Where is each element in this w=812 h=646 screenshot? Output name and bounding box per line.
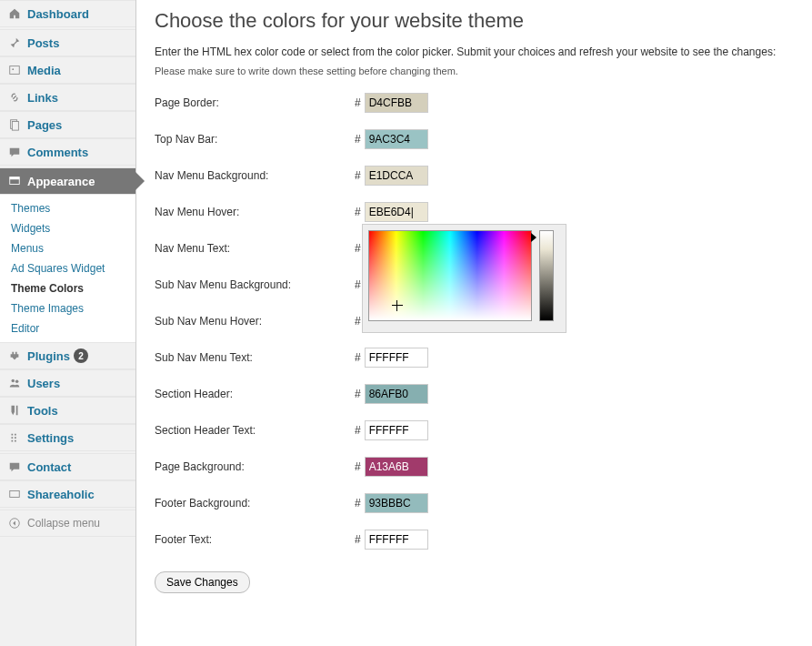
sidebar-item-contact[interactable]: Contact (0, 453, 135, 480)
save-button[interactable]: Save Changes (155, 571, 250, 593)
contact-icon (7, 459, 22, 474)
color-label: Page Border: (155, 96, 355, 109)
page-description: Enter the HTML hex color code or select … (155, 45, 794, 58)
sidebar-item-pages[interactable]: Pages (0, 111, 135, 138)
svg-point-7 (15, 380, 19, 384)
color-row: Section Header Text:# (155, 420, 794, 440)
color-input[interactable] (365, 420, 428, 440)
color-row: Page Background:# (155, 457, 794, 477)
color-input[interactable] (365, 457, 428, 477)
color-label: Sub Nav Menu Background: (155, 278, 355, 291)
color-row: Page Border:# (155, 93, 794, 113)
color-row: Sub Nav Menu Text:# (155, 348, 794, 368)
color-input[interactable] (365, 166, 428, 186)
svg-rect-8 (10, 491, 20, 498)
hash-prefix: # (355, 351, 361, 364)
hash-prefix: # (355, 315, 361, 328)
color-label: Footer Text: (155, 533, 355, 546)
sidebar-label: Links (27, 91, 58, 105)
submenu-widgets[interactable]: Widgets (0, 218, 135, 238)
sidebar-label: Comments (27, 146, 88, 159)
sidebar-item-posts[interactable]: Posts (0, 29, 135, 56)
color-input[interactable] (365, 530, 428, 550)
submenu-theme-images[interactable]: Theme Images (0, 298, 135, 318)
sidebar-item-users[interactable]: Users (0, 369, 135, 397)
sidebar-item-media[interactable]: Media (0, 56, 135, 84)
link-icon (7, 90, 22, 105)
media-icon (7, 63, 22, 77)
sidebar-item-tools[interactable]: Tools (0, 397, 135, 424)
hash-prefix: # (355, 388, 361, 400)
color-label: Sub Nav Menu Hover: (155, 315, 355, 328)
users-icon (7, 376, 22, 390)
hash-prefix: # (355, 533, 361, 546)
submenu-menus[interactable]: Menus (0, 238, 135, 258)
page-icon (7, 117, 22, 132)
appearance-icon (7, 174, 22, 188)
color-row: Nav Menu Background:# (155, 166, 794, 186)
submenu-editor[interactable]: Editor (0, 318, 135, 338)
hash-prefix: # (355, 278, 361, 291)
svg-rect-0 (10, 66, 20, 75)
picker-lightness[interactable] (539, 230, 554, 321)
sidebar-item-dashboard[interactable]: Dashboard (0, 0, 135, 27)
color-label: Section Header Text: (155, 424, 355, 437)
color-label: Footer Background: (155, 497, 355, 510)
submenu-theme-colors[interactable]: Theme Colors (0, 278, 135, 298)
sidebar-item-comments[interactable]: Comments (0, 138, 135, 166)
collapse-icon (7, 516, 22, 530)
hash-prefix: # (355, 206, 361, 218)
color-label: Top Nav Bar: (155, 133, 355, 146)
color-row: Section Header:# (155, 384, 794, 404)
hash-prefix: # (355, 424, 361, 437)
color-label: Nav Menu Hover: (155, 206, 355, 218)
plugin-icon (7, 348, 22, 363)
hash-prefix: # (355, 460, 361, 473)
sidebar-item-shareaholic[interactable]: Shareaholic (0, 480, 135, 508)
svg-rect-5 (10, 177, 20, 180)
appearance-submenu: Themes Widgets Menus Ad Squares Widget T… (0, 195, 135, 342)
color-input[interactable] (365, 93, 428, 113)
hash-prefix: # (355, 169, 361, 182)
sidebar-item-links[interactable]: Links (0, 84, 135, 111)
sidebar-label: Settings (27, 431, 74, 445)
color-label: Nav Menu Text: (155, 242, 355, 255)
sidebar-collapse[interactable]: Collapse menu (0, 510, 135, 537)
hash-prefix: # (355, 96, 361, 109)
page-title: Choose the colors for your website theme (155, 9, 794, 33)
picker-crosshair-icon (392, 300, 403, 311)
submenu-themes[interactable]: Themes (0, 198, 135, 218)
sidebar-label: Media (27, 64, 61, 77)
color-label: Sub Nav Menu Text: (155, 351, 355, 364)
sidebar-item-plugins[interactable]: Plugins 2 (0, 342, 135, 369)
sidebar-label: Tools (27, 404, 58, 418)
color-input[interactable] (365, 348, 428, 368)
tools-icon (7, 403, 22, 418)
settings-icon (7, 430, 22, 445)
sidebar-item-settings[interactable]: Settings (0, 424, 135, 451)
comment-icon (7, 145, 22, 159)
color-label: Section Header: (155, 388, 355, 400)
svg-rect-3 (12, 122, 18, 131)
color-input[interactable] (365, 384, 428, 404)
share-icon (7, 487, 22, 501)
hash-prefix: # (355, 242, 361, 255)
picker-spectrum[interactable] (368, 230, 532, 321)
color-input[interactable] (365, 129, 428, 149)
color-picker[interactable] (362, 224, 566, 333)
sidebar-label: Collapse menu (27, 517, 100, 530)
sidebar-label: Pages (27, 118, 62, 132)
color-row: Footer Background:# (155, 493, 794, 513)
svg-point-1 (12, 68, 14, 70)
color-input[interactable] (365, 493, 428, 513)
color-label: Page Background: (155, 460, 355, 473)
sidebar-label: Appearance (27, 175, 95, 188)
color-input[interactable] (365, 202, 428, 222)
color-row: Footer Text:# (155, 530, 794, 550)
sidebar-item-appearance[interactable]: Appearance (0, 167, 135, 195)
sidebar-label: Dashboard (27, 7, 89, 21)
svg-point-6 (12, 379, 15, 383)
picker-arrow-icon (531, 233, 536, 242)
submenu-ad-squares[interactable]: Ad Squares Widget (0, 258, 135, 278)
pin-icon (7, 35, 22, 50)
